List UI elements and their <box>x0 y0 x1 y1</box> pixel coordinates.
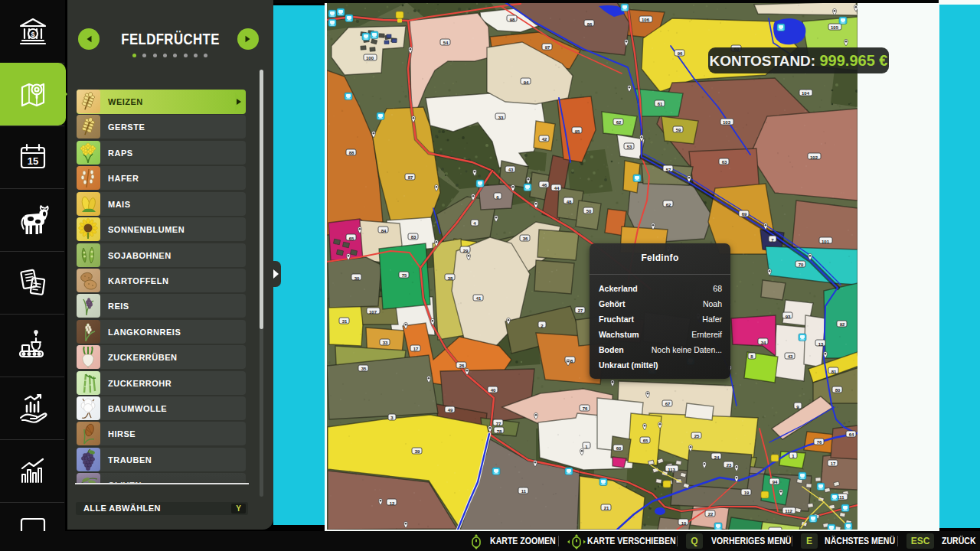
svg-text:76: 76 <box>583 406 588 411</box>
svg-text:97: 97 <box>545 45 550 50</box>
svg-text:$: $ <box>31 31 34 38</box>
svg-text:21: 21 <box>604 506 609 510</box>
svg-text:88: 88 <box>349 151 354 155</box>
svg-text:96: 96 <box>678 51 683 56</box>
svg-text:19: 19 <box>744 491 750 495</box>
svg-text:86: 86 <box>587 22 593 27</box>
svg-text:95: 95 <box>575 129 580 134</box>
svg-text:49: 49 <box>448 408 453 412</box>
svg-text:12: 12 <box>390 501 395 506</box>
svg-text:76: 76 <box>817 440 822 445</box>
svg-text:84: 84 <box>381 229 387 233</box>
svg-text:67: 67 <box>665 402 671 406</box>
svg-text:93: 93 <box>786 315 791 319</box>
svg-text:50: 50 <box>586 209 592 214</box>
svg-text:22: 22 <box>708 512 714 517</box>
svg-text:75: 75 <box>402 273 407 278</box>
svg-text:98: 98 <box>510 18 515 22</box>
svg-text:43: 43 <box>788 354 793 359</box>
svg-text:23: 23 <box>727 463 732 468</box>
svg-text:78: 78 <box>497 429 502 434</box>
svg-text:63: 63 <box>722 160 727 165</box>
svg-text:62: 62 <box>616 120 622 125</box>
svg-text:59: 59 <box>676 128 681 132</box>
svg-text:38: 38 <box>448 276 453 281</box>
svg-text:46: 46 <box>542 183 547 187</box>
svg-text:30: 30 <box>354 276 360 281</box>
svg-text:107: 107 <box>369 310 377 315</box>
svg-text:29: 29 <box>463 249 469 253</box>
svg-text:60: 60 <box>616 446 622 451</box>
svg-text:36: 36 <box>523 236 528 241</box>
svg-text:106: 106 <box>642 18 650 22</box>
svg-text:17: 17 <box>831 461 836 466</box>
svg-text:11: 11 <box>521 489 527 494</box>
svg-text:40: 40 <box>491 388 496 393</box>
svg-text:77: 77 <box>496 422 501 426</box>
svg-text:65: 65 <box>349 236 354 241</box>
svg-text:43: 43 <box>508 168 514 172</box>
svg-text:94: 94 <box>524 80 529 85</box>
svg-text:26: 26 <box>459 364 465 368</box>
svg-text:33: 33 <box>383 341 388 345</box>
svg-text:48: 48 <box>567 200 572 204</box>
svg-text:81: 81 <box>831 370 837 374</box>
svg-text:13: 13 <box>818 342 824 347</box>
svg-text:10: 10 <box>681 521 687 526</box>
svg-text:31: 31 <box>342 319 348 324</box>
svg-text:15: 15 <box>28 155 38 167</box>
svg-text:44: 44 <box>554 186 560 191</box>
svg-text:101: 101 <box>822 240 830 244</box>
svg-text:94: 94 <box>773 480 778 484</box>
svg-text:57: 57 <box>666 168 671 172</box>
svg-text:41: 41 <box>476 296 482 301</box>
svg-text:102: 102 <box>810 155 818 160</box>
svg-text:53: 53 <box>627 145 632 149</box>
svg-text:69: 69 <box>742 212 747 217</box>
svg-text:24: 24 <box>714 455 720 460</box>
svg-text:34: 34 <box>761 341 766 345</box>
svg-text:39: 39 <box>415 449 420 454</box>
svg-text:25: 25 <box>694 434 700 439</box>
svg-text:42: 42 <box>542 137 547 142</box>
svg-text:80: 80 <box>835 388 841 393</box>
svg-text:87: 87 <box>408 175 413 180</box>
svg-text:92: 92 <box>840 322 845 327</box>
svg-text:113: 113 <box>668 468 675 472</box>
svg-text:105: 105 <box>831 25 839 30</box>
svg-text:100: 100 <box>366 56 374 60</box>
svg-text:104: 104 <box>802 91 810 96</box>
svg-text:64: 64 <box>849 432 854 437</box>
svg-text:103: 103 <box>723 120 731 125</box>
svg-text:27: 27 <box>578 308 583 313</box>
svg-text:62: 62 <box>666 203 671 207</box>
svg-text:65: 65 <box>643 439 648 443</box>
svg-text:112: 112 <box>785 509 792 514</box>
svg-text:83: 83 <box>411 235 416 240</box>
svg-text:33: 33 <box>498 116 504 120</box>
svg-text:35: 35 <box>361 367 367 371</box>
svg-text:70: 70 <box>799 262 804 267</box>
svg-text:54: 54 <box>443 41 449 45</box>
svg-text:17: 17 <box>413 347 419 351</box>
svg-text:130: 130 <box>771 529 779 530</box>
